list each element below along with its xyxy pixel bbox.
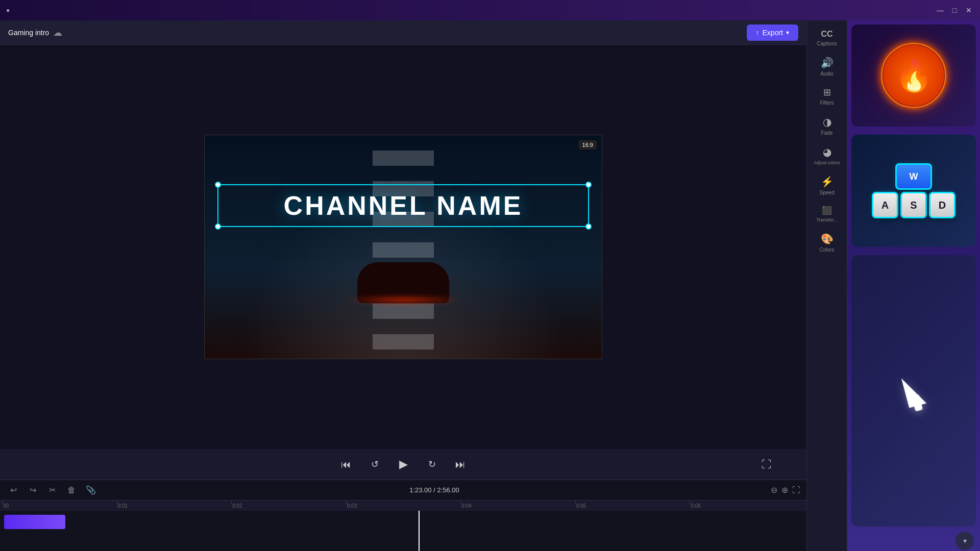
key-w: W xyxy=(895,163,932,190)
sidebar-tool-speed[interactable]: ⚡ Speed xyxy=(811,171,843,199)
ruler-mark-6: 0:06 xyxy=(690,503,804,509)
title-bar: ● — □ ✕ xyxy=(0,0,980,20)
close-button[interactable]: ✕ xyxy=(964,5,974,15)
skip-back-button[interactable]: ⏮ xyxy=(337,455,355,473)
skip-forward-button[interactable]: ⏭ xyxy=(451,455,470,473)
sidebar-tool-captions[interactable]: CC Captions xyxy=(811,26,843,51)
asset-card-fire-logo[interactable] xyxy=(851,24,976,127)
rewind-icon: ↺ xyxy=(371,459,379,470)
play-icon: ▶ xyxy=(399,458,408,471)
sidebar-tool-fade[interactable]: ◑ Fade xyxy=(811,112,843,140)
transitions-label: Transitio... xyxy=(816,217,838,222)
timeline-toolbar: ↩ ↪ ✂ 🗑 📎 1:23.00 / 2:56.00 ⊖ ⊕ ⛶ xyxy=(0,480,806,500)
filters-label: Filters xyxy=(820,100,834,106)
transitions-icon: ⬛ xyxy=(822,206,832,215)
time-display: 1:23.00 / 2:56.00 xyxy=(409,486,459,494)
zoom-out-button[interactable]: ⊖ xyxy=(771,485,777,495)
right-sidebar: CC Captions 🔊 Audio ⊞ Filters ◑ Fade ◕ A… xyxy=(806,20,847,551)
colors-label: Colors xyxy=(820,247,835,253)
window-controls: — □ ✕ xyxy=(935,5,974,15)
editor-area: Gaming intro ☁ ↑ Export ▾ xyxy=(0,20,806,551)
undo-button[interactable]: ↩ xyxy=(6,483,20,497)
skip-back-icon: ⏮ xyxy=(341,459,351,470)
main-content: Gaming intro ☁ ↑ Export ▾ xyxy=(0,20,980,551)
delete-button[interactable]: 🗑 xyxy=(64,483,79,497)
project-title: Gaming intro xyxy=(8,29,49,37)
ruler-mark-1: 0:01 xyxy=(117,503,232,509)
key-row-asd: A S D xyxy=(872,192,955,218)
filters-icon: ⊞ xyxy=(823,87,831,98)
sidebar-tool-transitions[interactable]: ⬛ Transitio... xyxy=(811,202,843,227)
channel-name-text[interactable]: CHANNEL NAME xyxy=(226,190,580,221)
export-button[interactable]: ↑ Export ▾ xyxy=(747,24,798,41)
playhead[interactable] xyxy=(419,511,420,551)
ruler-mark-5: 0:05 xyxy=(575,503,690,509)
fire-logo-icon xyxy=(883,45,944,106)
sidebar-tool-filters[interactable]: ⊞ Filters xyxy=(811,83,843,110)
audio-label: Audio xyxy=(820,71,834,77)
key-d: D xyxy=(929,192,955,218)
redo-button[interactable]: ↪ xyxy=(26,483,40,497)
ruler-mark-0: 00 xyxy=(2,503,117,509)
aspect-ratio-badge: 16:9 xyxy=(579,140,597,149)
speed-label: Speed xyxy=(820,190,835,195)
app-title: ● xyxy=(6,7,10,14)
project-name-area: Gaming intro ☁ xyxy=(8,27,62,38)
fullscreen-icon: ⛶ xyxy=(762,459,772,470)
forward-button[interactable]: ↻ xyxy=(423,455,441,473)
rewind-button[interactable]: ↺ xyxy=(365,455,384,473)
sidebar-tool-adjust-colors[interactable]: ◕ Adjust colors xyxy=(811,142,843,169)
video-canvas: CHANNEL NAME 16:9 xyxy=(204,135,602,359)
captions-icon: CC xyxy=(821,30,832,39)
key-s: S xyxy=(900,192,927,218)
captions-label: Captions xyxy=(817,41,837,46)
adjust-colors-icon: ◕ xyxy=(823,146,831,158)
skip-forward-icon: ⏭ xyxy=(455,459,465,470)
zoom-controls: ⊖ ⊕ ⛶ xyxy=(771,485,800,495)
wasd-keyboard: W A S D xyxy=(872,163,955,218)
forward-icon: ↻ xyxy=(428,459,436,470)
ruler-mark-4: 0:04 xyxy=(460,503,575,509)
cloud-save-icon[interactable]: ☁ xyxy=(53,27,62,38)
play-button[interactable]: ▶ xyxy=(394,455,412,473)
road-lines xyxy=(373,135,434,359)
sidebar-tool-audio[interactable]: 🔊 Audio xyxy=(811,53,843,81)
asset-card-wasd[interactable]: W A S D xyxy=(851,135,976,247)
canvas-wrapper: CHANNEL NAME 16:9 xyxy=(0,45,806,449)
colors-icon: 🎨 xyxy=(821,233,834,245)
export-icon: ↑ xyxy=(756,29,760,37)
maximize-button[interactable]: □ xyxy=(949,5,960,15)
expand-timeline-button[interactable]: ⛶ xyxy=(792,486,800,495)
speed-icon: ⚡ xyxy=(821,176,834,188)
chevron-down-icon: ▾ xyxy=(963,537,967,545)
cut-button[interactable]: ✂ xyxy=(45,483,59,497)
fade-icon: ◑ xyxy=(823,116,831,128)
timeline-ruler: 00 0:01 0:02 0:03 0:04 0:05 0:06 xyxy=(0,500,806,511)
text-overlay[interactable]: CHANNEL NAME xyxy=(217,184,589,227)
asset-panel: W A S D ▾ xyxy=(847,20,980,551)
sidebar-tool-colors[interactable]: 🎨 Colors xyxy=(811,229,843,257)
panel-collapse-button[interactable]: ▾ xyxy=(955,532,974,550)
export-label: Export xyxy=(763,29,783,37)
cursor-arrow-shape xyxy=(901,373,926,408)
selection-handle-top-left[interactable] xyxy=(215,182,221,188)
export-dropdown-arrow: ▾ xyxy=(786,29,789,36)
ruler-marks: 00 0:01 0:02 0:03 0:04 0:05 0:06 xyxy=(2,503,804,509)
playback-controls: ⏮ ↺ ▶ ↻ ⏭ ⛶ xyxy=(0,449,806,480)
ruler-mark-3: 0:03 xyxy=(346,503,461,509)
asset-card-cursor[interactable] xyxy=(851,255,976,527)
adjust-colors-label: Adjust colors xyxy=(814,160,840,165)
fullscreen-button[interactable]: ⛶ xyxy=(757,455,776,473)
timeline-track[interactable] xyxy=(0,511,806,551)
key-a: A xyxy=(872,192,898,218)
fire-ring xyxy=(881,43,946,108)
minimize-button[interactable]: — xyxy=(935,5,945,15)
timeline-area: ↩ ↪ ✂ 🗑 📎 1:23.00 / 2:56.00 ⊖ ⊕ ⛶ 00 0:0… xyxy=(0,480,806,551)
clip-block[interactable] xyxy=(4,515,65,529)
timeline-tools: ↩ ↪ ✂ 🗑 📎 xyxy=(6,483,98,497)
add-clip-button[interactable]: 📎 xyxy=(84,483,98,497)
key-row-w: W xyxy=(895,163,932,190)
zoom-in-button[interactable]: ⊕ xyxy=(781,485,788,495)
audio-icon: 🔊 xyxy=(821,57,834,69)
ruler-mark-2: 0:02 xyxy=(231,503,346,509)
